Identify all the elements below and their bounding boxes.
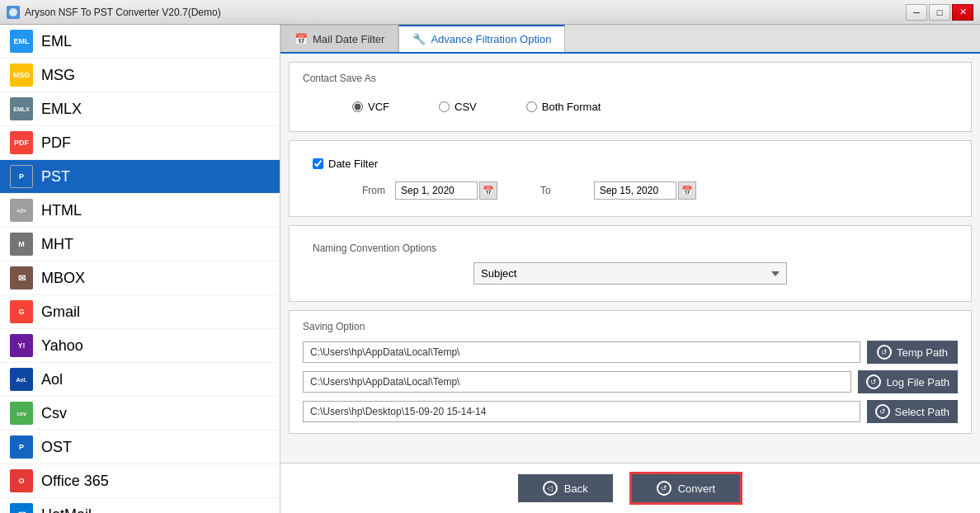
window-controls: ─ □ ✕ [906,4,973,21]
temp-path-button[interactable]: ↺ Temp Path [867,341,958,364]
select-path-input[interactable] [303,401,860,422]
sidebar-item-yahoo[interactable]: Y! Yahoo [0,329,280,363]
log-path-row: ↺ Log File Path [303,370,958,393]
log-file-path-button[interactable]: ↺ Log File Path [858,370,958,393]
csv-icon: csv [10,402,33,425]
temp-path-btn-icon: ↺ [877,345,892,360]
sidebar-label-eml: EML [41,33,72,50]
to-label: To [540,185,551,196]
temp-path-input[interactable] [303,341,860,363]
select-path-button[interactable]: ↺ Select Path [867,400,959,423]
gmail-icon: G [10,300,33,323]
title-bar: Aryson NSF To PST Converter V20.7(Demo) … [0,0,980,25]
contact-save-as-title: Contact Save As [303,73,958,84]
sidebar-item-gmail[interactable]: G Gmail [0,295,280,329]
sidebar-item-hotmail[interactable]: ✉ HotMail [0,498,280,513]
sidebar-label-pst: PST [41,168,70,186]
both-radio[interactable] [526,101,537,112]
sidebar-item-pst[interactable]: P PST [0,160,280,194]
maximize-button[interactable]: □ [929,4,950,21]
from-date-input[interactable] [395,181,478,200]
msg-icon: MSG [10,64,33,87]
naming-convention-select[interactable]: Subject Date From To [474,262,787,285]
tab-advance-filtration[interactable]: 🔧 Advance Filtration Option [398,25,565,52]
sidebar-label-office365: Office 365 [41,473,109,490]
vcf-label: VCF [368,101,389,113]
sidebar-label-aol: Aol [41,371,63,388]
date-filter-section: Date Filter From 📅 To 📅 [289,140,972,217]
date-filter-header: Date Filter [313,158,948,170]
select-path-btn-label: Select Path [895,406,950,418]
window-title: Aryson NSF To PST Converter V20.7(Demo) [25,7,221,18]
to-date-group: 📅 [594,181,696,200]
sidebar-item-mht[interactable]: M MHT [0,228,280,261]
back-button[interactable]: ◁ Back [518,474,613,502]
sidebar-label-csv: Csv [41,405,67,422]
select-path-row: ↺ Select Path [303,400,958,423]
ost-icon: P [10,435,33,459]
pst-icon: P [10,165,33,188]
csv-label: CSV [455,101,477,113]
eml-icon: EML [10,30,33,53]
select-path-btn-icon: ↺ [875,404,890,419]
pdf-icon: PDF [10,131,33,154]
from-calendar-button[interactable]: 📅 [479,181,497,200]
aol-icon: Aol. [10,368,33,391]
convert-button[interactable]: ↺ Convert [629,472,743,505]
sidebar-label-gmail: Gmail [41,304,80,321]
sidebar-label-ost: OST [41,439,72,456]
hotmail-icon: ✉ [10,503,33,513]
footer-bar: ◁ Back ↺ Convert [280,463,980,513]
sidebar-item-ost[interactable]: P OST [0,431,280,464]
to-calendar-button[interactable]: 📅 [678,181,696,200]
sidebar-item-pdf[interactable]: PDF PDF [0,126,280,160]
html-icon: </> [10,199,33,222]
sidebar-item-mbox[interactable]: ✉ MBOX [0,261,280,295]
sidebar-item-aol[interactable]: Aol. Aol [0,363,280,397]
saving-option-title: Saving Option [303,321,958,332]
csv-radio-label[interactable]: CSV [439,101,477,113]
sidebar-item-emlx[interactable]: EMLX EMLX [0,92,280,126]
sidebar-item-eml[interactable]: EML EML [0,25,280,59]
both-label: Both Format [542,101,601,113]
filter-icon: 🔧 [412,33,426,45]
to-date-input[interactable] [594,181,676,200]
naming-convention-title: Naming Convention Options [313,242,948,254]
temp-path-btn-label: Temp Path [897,346,948,359]
content-area: 📅 Mail Date Filter 🔧 Advance Filtration … [280,25,980,513]
naming-convention-section: Naming Convention Options Subject Date F… [289,225,972,302]
both-radio-label[interactable]: Both Format [526,101,601,113]
calendar-icon: 📅 [294,33,308,45]
main-container: EML EML MSG MSG EMLX EMLX PDF PDF P PST … [0,25,980,513]
sidebar-item-html[interactable]: </> HTML [0,194,280,228]
sidebar-item-office365[interactable]: O Office 365 [0,464,280,498]
date-row: From 📅 To 📅 [313,181,948,200]
vcf-radio[interactable] [352,101,363,112]
office365-icon: O [10,469,33,492]
vcf-radio-label[interactable]: VCF [352,101,389,113]
mht-icon: M [10,233,33,256]
tab-bar: 📅 Mail Date Filter 🔧 Advance Filtration … [280,25,980,54]
naming-select-wrap: Subject Date From To [313,262,948,285]
sidebar-item-csv[interactable]: csv Csv [0,397,280,431]
emlx-icon: EMLX [10,97,33,120]
tab-mail-date-filter[interactable]: 📅 Mail Date Filter [280,25,398,52]
convert-label: Convert [678,482,716,495]
minimize-button[interactable]: ─ [906,4,927,21]
mbox-icon: ✉ [10,266,33,289]
contact-format-group: VCF CSV Both Format [303,92,958,121]
tab-label-advance-filtration: Advance Filtration Option [431,33,551,45]
csv-radio[interactable] [439,101,450,112]
saving-option-section: Saving Option ↺ Temp Path ↺ Log File [289,310,972,434]
sidebar-label-emlx: EMLX [41,101,82,118]
sidebar-item-msg[interactable]: MSG MSG [0,59,280,92]
back-label: Back [564,482,588,495]
from-date-group: 📅 [395,181,497,200]
sidebar-label-mbox: MBOX [41,270,85,287]
back-icon: ◁ [543,481,558,496]
sidebar-label-mht: MHT [41,236,73,253]
close-button[interactable]: ✕ [952,4,973,21]
log-path-input[interactable] [303,371,851,393]
sidebar: EML EML MSG MSG EMLX EMLX PDF PDF P PST … [0,25,280,513]
date-filter-checkbox[interactable] [313,158,323,169]
